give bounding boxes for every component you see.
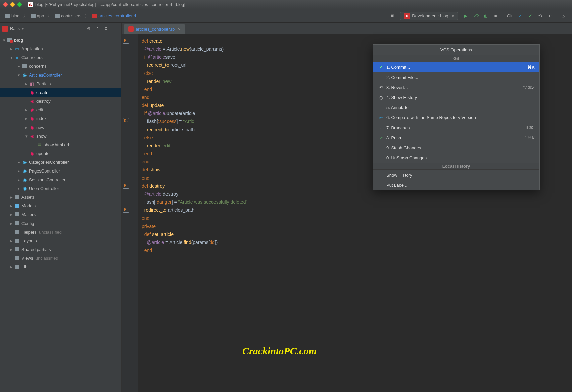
tree-muted: unclassified [39,230,62,235]
popup-item-label: 5. Annotate [386,105,535,110]
run-button[interactable]: ▶ [461,11,471,21]
breadcrumb-label: articles_controller.rb [98,13,137,18]
tree-helpers[interactable]: Helpers unclassified [0,228,121,236]
tree-models[interactable]: ▸Models [0,201,121,210]
tree-views[interactable]: Views unclassified [0,254,121,262]
popup-section-git: Git [373,55,539,62]
run-target-icon[interactable]: ▣ [387,11,397,21]
locate-icon[interactable]: ⊕ [84,26,93,31]
tree-show-erb[interactable]: ▤show.html.erb [0,140,121,149]
tree-layouts[interactable]: ▸Layouts [0,236,121,245]
tree-controllers[interactable]: ▾◆Controllers [0,53,121,62]
tree-muted: unclassified [36,256,58,261]
rails-panel-label: Rails [10,26,20,31]
tree-label: Application [21,46,43,51]
popup-item-label: 7. Branches... [386,125,525,130]
tree-destroy[interactable]: ◉destroy [0,97,121,105]
breadcrumb-file[interactable]: articles_controller.rb [90,13,139,19]
code: create [149,38,162,44]
run-config-selector[interactable]: R Development: blog ▾ [400,12,458,20]
tree-concerns[interactable]: ▸concerns [0,62,121,70]
tree-index[interactable]: ▸◉index [0,114,121,123]
code: 'edit' [162,143,171,148]
code: ] = [177,119,183,124]
code: end [142,215,149,221]
tree-shared-partials[interactable]: ▸Shared partials [0,245,121,254]
project-tree[interactable]: ▾blog ▸▭Application ▾◆Controllers ▸conce… [0,34,121,392]
git-revert-icon[interactable]: ↩ [545,11,555,21]
tree-mailers[interactable]: ▸Mailers [0,210,121,219]
popup-item-compare[interactable]: ⇤6. Compare with the Same Repository Ver… [373,112,539,122]
compare-icon: ⇤ [378,115,384,120]
popup-item-lh-label[interactable]: Put Label... [373,180,539,190]
tree-categories-controller[interactable]: ▸◉CategoriesController [0,158,121,166]
tree-config[interactable]: ▸Config [0,219,121,228]
gutter-marker-icon[interactable]: R↓ [123,207,129,213]
popup-item-stash[interactable]: 9. Stash Changes... [373,143,539,153]
popup-item-commit-file[interactable]: 2. Commit File... [373,72,539,82]
tab-articles-controller[interactable]: articles_controller.rb × [124,24,185,34]
gutter-marker-icon[interactable]: R↓ [123,183,129,189]
code: def [142,103,149,108]
code: (params[ [191,240,210,245]
gutter-marker-icon[interactable]: R↓ [123,38,129,44]
zoom-window-button[interactable] [17,2,22,7]
tree-label: index [36,116,47,121]
tree-users-controller[interactable]: ▸◉UsersController [0,184,121,193]
stop-button[interactable]: ■ [491,11,501,21]
tree-show[interactable]: ▾◉show [0,132,121,140]
popup-item-branches[interactable]: ᛦ7. Branches...⇧⌘` [373,122,539,133]
code: private [142,224,156,229]
breadcrumb-controllers[interactable]: controllers [53,13,83,19]
popup-item-show-history[interactable]: ◷4. Show History [373,92,539,102]
tree-assets[interactable]: ▸Assets [0,193,121,201]
search-icon[interactable]: ⌕ [559,11,569,21]
coverage-button[interactable]: ◐ [481,11,491,21]
settings-icon[interactable]: ⚙ [102,26,110,31]
tree-pages-controller[interactable]: ▸◉PagesController [0,166,121,175]
popup-item-annotate[interactable]: 5. Annotate [373,102,539,112]
code: "Artic [183,119,194,124]
run-config-label: Development: blog [412,13,448,18]
code: .destroy [161,191,178,197]
popup-item-push[interactable]: ↗8. Push...⇧⌘K [373,133,539,143]
tree-root[interactable]: ▾blog [0,36,121,44]
git-commit-icon[interactable]: ✔ [525,11,535,21]
code: if [142,111,148,116]
popup-item-label: 1. Commit... [386,65,527,70]
rubymine-icon: rb [28,2,33,7]
gutter-marker-icon[interactable]: R↓ [123,118,129,124]
code: articles_path [168,207,194,213]
tree-partials[interactable]: ▸◧Partials [0,79,121,88]
git-update-icon[interactable]: ↙ [515,11,525,21]
chevron-down-icon[interactable]: ▾ [22,26,24,31]
tree-articles-controller[interactable]: ▾◉ArticlesController [0,70,121,79]
close-window-button[interactable] [3,2,8,7]
breadcrumb-blog[interactable]: blog [3,13,22,19]
popup-item-commit[interactable]: ✔1. Commit...⌘K [373,62,539,72]
chevron-down-icon: ▾ [452,13,454,18]
tree-new[interactable]: ▸◉new [0,123,121,132]
git-history-icon[interactable]: ⟲ [535,11,545,21]
chevron-right-icon: 〉 [22,13,29,19]
breadcrumb-app[interactable]: app [29,13,46,19]
breadcrumb-label: controllers [61,13,81,18]
hide-icon[interactable]: — [110,26,119,31]
tree-create[interactable]: ◉create [0,88,121,97]
minimize-window-button[interactable] [10,2,15,7]
tree-lib[interactable]: ▸Lib [0,262,121,271]
close-tab-icon[interactable]: × [178,27,181,32]
debug-button[interactable]: ⌦ [471,11,481,21]
breadcrumb-label: app [37,13,44,18]
collapse-icon[interactable]: ≑ [93,26,102,31]
code: end [142,248,152,253]
tree-edit[interactable]: ▸◉edit [0,105,121,114]
popup-item-lh-show[interactable]: Show History [373,170,539,180]
popup-item-unstash[interactable]: 0. UnStash Changes... [373,153,539,163]
tree-sessions-controller[interactable]: ▸◉SessionsController [0,175,121,184]
code: root_url [171,62,186,68]
tree-application[interactable]: ▸▭Application [0,44,121,53]
popup-item-revert[interactable]: ↶3. Revert...⌥⌘Z [373,82,539,92]
tree-update[interactable]: ◉update [0,149,121,158]
chevron-right-icon: 〉 [46,13,53,19]
